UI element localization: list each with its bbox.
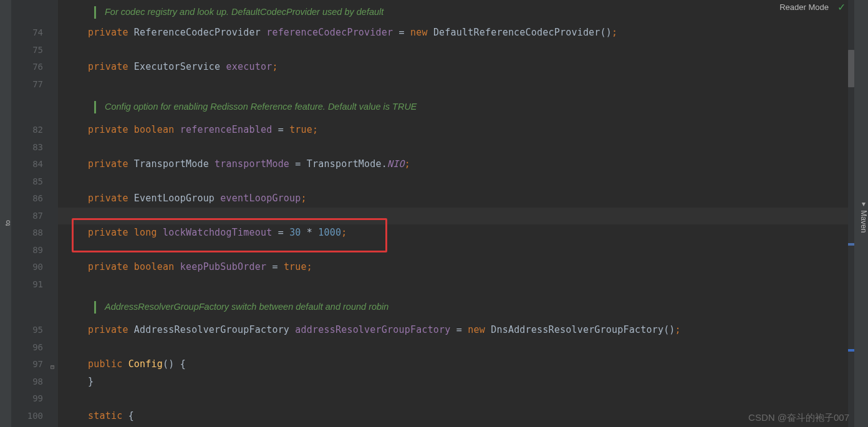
- line-number[interactable]: 97⊟: [11, 356, 43, 373]
- left-tool-1[interactable]: to: [4, 220, 11, 226]
- line-number[interactable]: 89: [11, 242, 43, 259]
- line-number[interactable]: [11, 293, 43, 322]
- scrollbar-thumb[interactable]: [848, 50, 854, 87]
- line-number[interactable]: 84: [11, 156, 43, 173]
- code-line[interactable]: [58, 276, 848, 294]
- code-line[interactable]: }: [58, 373, 848, 391]
- line-number[interactable]: [11, 93, 43, 122]
- line-number[interactable]: 85: [11, 173, 43, 191]
- doc-comment-bar: [94, 101, 96, 113]
- code-line[interactable]: [58, 390, 848, 408]
- line-number[interactable]: 100: [11, 408, 43, 425]
- minimap-marker: [848, 349, 854, 352]
- line-number[interactable]: 91: [11, 276, 43, 294]
- doc-comment-bar: [94, 6, 96, 19]
- minimap-marker: [848, 243, 854, 246]
- code-area[interactable]: For codec registry and look up. DefaultC…: [58, 0, 848, 427]
- line-number[interactable]: 83: [11, 139, 43, 156]
- doc-comment-text: AddressResolverGroupFactory switch betwe…: [105, 299, 388, 316]
- code-line[interactable]: public Config() {: [58, 356, 848, 373]
- code-line[interactable]: private ReferenceCodecProvider reference…: [58, 24, 848, 42]
- line-number[interactable]: 98: [11, 373, 43, 391]
- line-number[interactable]: 77: [11, 76, 43, 94]
- line-number[interactable]: 75: [11, 42, 43, 59]
- code-line[interactable]: private TransportMode transportMode = Tr…: [58, 156, 848, 173]
- line-number[interactable]: 76: [11, 59, 43, 76]
- line-number[interactable]: 88: [11, 224, 43, 242]
- line-number[interactable]: 96: [11, 339, 43, 357]
- right-toolstrip[interactable]: ▾ Maven 🗄 Database 🔔 Notifications: [854, 0, 868, 427]
- doc-comment-bar: [94, 301, 96, 314]
- doc-comment-text: Config option for enabling Redisson Refe…: [105, 98, 417, 116]
- code-line[interactable]: Config option for enabling Redisson Refe…: [58, 93, 848, 122]
- code-line[interactable]: private EventLoopGroup eventLoopGroup;: [58, 190, 848, 208]
- line-number[interactable]: 86: [11, 190, 43, 208]
- code-line[interactable]: private boolean keepPubSubOrder = true;: [58, 259, 848, 276]
- maven-icon: ▾: [859, 199, 868, 208]
- line-number[interactable]: 99: [11, 390, 43, 408]
- watermark: CSDN @奋斗的袍子007: [748, 412, 849, 424]
- maven-tool[interactable]: ▾ Maven: [859, 199, 868, 233]
- line-number[interactable]: 95: [11, 322, 43, 339]
- line-number[interactable]: 90: [11, 259, 43, 276]
- line-gutter[interactable]: 7475767782838485868788899091959697⊟98991…: [11, 0, 58, 427]
- code-line[interactable]: private long lockWatchdogTimeout = 30 * …: [58, 224, 848, 242]
- reader-mode-label[interactable]: Reader Mode: [779, 2, 829, 12]
- editor-header-actions: Reader Mode ✓: [779, 1, 846, 13]
- code-line[interactable]: For codec registry and look up. DefaultC…: [58, 0, 848, 24]
- left-toolstrip[interactable]: to rt er: [0, 0, 11, 427]
- code-line[interactable]: [58, 76, 848, 94]
- line-number[interactable]: 74: [11, 24, 43, 42]
- code-line[interactable]: private ExecutorService executor;: [58, 59, 848, 76]
- code-line[interactable]: AddressResolverGroupFactory switch betwe…: [58, 293, 848, 322]
- code-line[interactable]: static {: [58, 408, 848, 425]
- code-line[interactable]: [58, 139, 848, 156]
- code-line[interactable]: private AddressResolverGroupFactory addr…: [58, 322, 848, 339]
- code-line[interactable]: [58, 173, 848, 191]
- code-line[interactable]: [58, 242, 848, 259]
- line-number[interactable]: 87: [11, 208, 43, 225]
- line-number[interactable]: 82: [11, 122, 43, 139]
- line-number[interactable]: [11, 0, 43, 24]
- code-editor[interactable]: 7475767782838485868788899091959697⊟98991…: [11, 0, 848, 427]
- fold-icon[interactable]: ⊟: [47, 358, 54, 366]
- code-line[interactable]: private boolean referenceEnabled = true;: [58, 122, 848, 139]
- check-icon[interactable]: ✓: [837, 1, 846, 13]
- code-line[interactable]: [58, 339, 848, 357]
- doc-comment-text: For codec registry and look up. DefaultC…: [105, 4, 383, 21]
- code-line[interactable]: [58, 42, 848, 59]
- code-line[interactable]: [58, 208, 848, 225]
